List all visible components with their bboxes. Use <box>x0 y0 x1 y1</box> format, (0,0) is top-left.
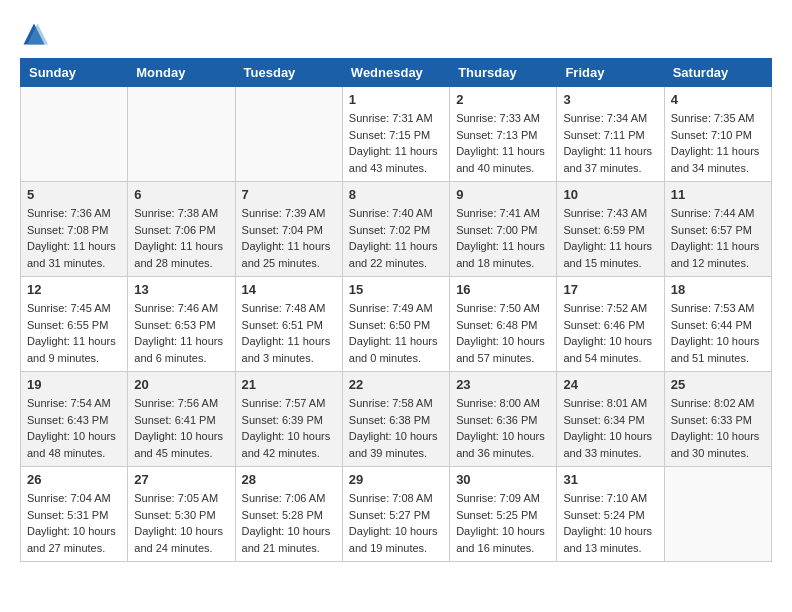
day-number: 10 <box>563 187 657 202</box>
day-info: Sunrise: 7:40 AMSunset: 7:02 PMDaylight:… <box>349 205 443 271</box>
day-info: Sunrise: 8:01 AMSunset: 6:34 PMDaylight:… <box>563 395 657 461</box>
day-cell: 15Sunrise: 7:49 AMSunset: 6:50 PMDayligh… <box>342 277 449 372</box>
day-info: Sunrise: 7:38 AMSunset: 7:06 PMDaylight:… <box>134 205 228 271</box>
day-cell: 28Sunrise: 7:06 AMSunset: 5:28 PMDayligh… <box>235 467 342 562</box>
day-number: 7 <box>242 187 336 202</box>
day-cell: 30Sunrise: 7:09 AMSunset: 5:25 PMDayligh… <box>450 467 557 562</box>
day-number: 13 <box>134 282 228 297</box>
day-info: Sunrise: 7:36 AMSunset: 7:08 PMDaylight:… <box>27 205 121 271</box>
day-cell: 21Sunrise: 7:57 AMSunset: 6:39 PMDayligh… <box>235 372 342 467</box>
day-cell: 14Sunrise: 7:48 AMSunset: 6:51 PMDayligh… <box>235 277 342 372</box>
calendar: SundayMondayTuesdayWednesdayThursdayFrid… <box>20 58 772 562</box>
week-row-3: 12Sunrise: 7:45 AMSunset: 6:55 PMDayligh… <box>21 277 772 372</box>
day-number: 9 <box>456 187 550 202</box>
day-info: Sunrise: 7:45 AMSunset: 6:55 PMDaylight:… <box>27 300 121 366</box>
day-cell: 19Sunrise: 7:54 AMSunset: 6:43 PMDayligh… <box>21 372 128 467</box>
day-cell: 13Sunrise: 7:46 AMSunset: 6:53 PMDayligh… <box>128 277 235 372</box>
day-number: 21 <box>242 377 336 392</box>
day-info: Sunrise: 8:02 AMSunset: 6:33 PMDaylight:… <box>671 395 765 461</box>
day-cell: 23Sunrise: 8:00 AMSunset: 6:36 PMDayligh… <box>450 372 557 467</box>
day-info: Sunrise: 7:57 AMSunset: 6:39 PMDaylight:… <box>242 395 336 461</box>
day-number: 1 <box>349 92 443 107</box>
day-number: 20 <box>134 377 228 392</box>
day-info: Sunrise: 7:53 AMSunset: 6:44 PMDaylight:… <box>671 300 765 366</box>
day-cell: 12Sunrise: 7:45 AMSunset: 6:55 PMDayligh… <box>21 277 128 372</box>
day-info: Sunrise: 7:05 AMSunset: 5:30 PMDaylight:… <box>134 490 228 556</box>
day-info: Sunrise: 7:52 AMSunset: 6:46 PMDaylight:… <box>563 300 657 366</box>
day-cell: 6Sunrise: 7:38 AMSunset: 7:06 PMDaylight… <box>128 182 235 277</box>
day-number: 6 <box>134 187 228 202</box>
day-number: 28 <box>242 472 336 487</box>
day-header-thursday: Thursday <box>450 59 557 87</box>
header <box>20 20 772 48</box>
day-number: 15 <box>349 282 443 297</box>
day-header-sunday: Sunday <box>21 59 128 87</box>
day-info: Sunrise: 7:41 AMSunset: 7:00 PMDaylight:… <box>456 205 550 271</box>
day-header-wednesday: Wednesday <box>342 59 449 87</box>
day-number: 31 <box>563 472 657 487</box>
day-header-monday: Monday <box>128 59 235 87</box>
day-cell <box>128 87 235 182</box>
day-header-row: SundayMondayTuesdayWednesdayThursdayFrid… <box>21 59 772 87</box>
day-info: Sunrise: 7:58 AMSunset: 6:38 PMDaylight:… <box>349 395 443 461</box>
day-number: 16 <box>456 282 550 297</box>
day-number: 5 <box>27 187 121 202</box>
day-number: 8 <box>349 187 443 202</box>
day-cell: 25Sunrise: 8:02 AMSunset: 6:33 PMDayligh… <box>664 372 771 467</box>
day-number: 29 <box>349 472 443 487</box>
day-info: Sunrise: 7:56 AMSunset: 6:41 PMDaylight:… <box>134 395 228 461</box>
day-cell: 17Sunrise: 7:52 AMSunset: 6:46 PMDayligh… <box>557 277 664 372</box>
day-info: Sunrise: 8:00 AMSunset: 6:36 PMDaylight:… <box>456 395 550 461</box>
day-cell: 5Sunrise: 7:36 AMSunset: 7:08 PMDaylight… <box>21 182 128 277</box>
day-cell <box>21 87 128 182</box>
day-number: 19 <box>27 377 121 392</box>
day-cell: 18Sunrise: 7:53 AMSunset: 6:44 PMDayligh… <box>664 277 771 372</box>
day-info: Sunrise: 7:50 AMSunset: 6:48 PMDaylight:… <box>456 300 550 366</box>
day-info: Sunrise: 7:46 AMSunset: 6:53 PMDaylight:… <box>134 300 228 366</box>
day-number: 24 <box>563 377 657 392</box>
day-number: 17 <box>563 282 657 297</box>
day-info: Sunrise: 7:44 AMSunset: 6:57 PMDaylight:… <box>671 205 765 271</box>
day-cell: 8Sunrise: 7:40 AMSunset: 7:02 PMDaylight… <box>342 182 449 277</box>
day-number: 18 <box>671 282 765 297</box>
day-number: 4 <box>671 92 765 107</box>
day-number: 25 <box>671 377 765 392</box>
day-cell: 20Sunrise: 7:56 AMSunset: 6:41 PMDayligh… <box>128 372 235 467</box>
day-info: Sunrise: 7:39 AMSunset: 7:04 PMDaylight:… <box>242 205 336 271</box>
day-info: Sunrise: 7:10 AMSunset: 5:24 PMDaylight:… <box>563 490 657 556</box>
day-info: Sunrise: 7:48 AMSunset: 6:51 PMDaylight:… <box>242 300 336 366</box>
day-cell: 10Sunrise: 7:43 AMSunset: 6:59 PMDayligh… <box>557 182 664 277</box>
day-number: 26 <box>27 472 121 487</box>
day-cell: 11Sunrise: 7:44 AMSunset: 6:57 PMDayligh… <box>664 182 771 277</box>
day-number: 14 <box>242 282 336 297</box>
day-cell: 24Sunrise: 8:01 AMSunset: 6:34 PMDayligh… <box>557 372 664 467</box>
day-info: Sunrise: 7:43 AMSunset: 6:59 PMDaylight:… <box>563 205 657 271</box>
day-info: Sunrise: 7:54 AMSunset: 6:43 PMDaylight:… <box>27 395 121 461</box>
day-number: 3 <box>563 92 657 107</box>
day-cell: 27Sunrise: 7:05 AMSunset: 5:30 PMDayligh… <box>128 467 235 562</box>
day-cell: 16Sunrise: 7:50 AMSunset: 6:48 PMDayligh… <box>450 277 557 372</box>
day-number: 30 <box>456 472 550 487</box>
week-row-2: 5Sunrise: 7:36 AMSunset: 7:08 PMDaylight… <box>21 182 772 277</box>
day-info: Sunrise: 7:31 AMSunset: 7:15 PMDaylight:… <box>349 110 443 176</box>
day-info: Sunrise: 7:34 AMSunset: 7:11 PMDaylight:… <box>563 110 657 176</box>
day-header-tuesday: Tuesday <box>235 59 342 87</box>
day-header-friday: Friday <box>557 59 664 87</box>
week-row-5: 26Sunrise: 7:04 AMSunset: 5:31 PMDayligh… <box>21 467 772 562</box>
day-cell: 29Sunrise: 7:08 AMSunset: 5:27 PMDayligh… <box>342 467 449 562</box>
day-number: 11 <box>671 187 765 202</box>
day-cell: 22Sunrise: 7:58 AMSunset: 6:38 PMDayligh… <box>342 372 449 467</box>
day-number: 27 <box>134 472 228 487</box>
day-info: Sunrise: 7:49 AMSunset: 6:50 PMDaylight:… <box>349 300 443 366</box>
day-number: 23 <box>456 377 550 392</box>
day-info: Sunrise: 7:35 AMSunset: 7:10 PMDaylight:… <box>671 110 765 176</box>
day-info: Sunrise: 7:09 AMSunset: 5:25 PMDaylight:… <box>456 490 550 556</box>
day-number: 2 <box>456 92 550 107</box>
day-cell <box>664 467 771 562</box>
day-info: Sunrise: 7:33 AMSunset: 7:13 PMDaylight:… <box>456 110 550 176</box>
day-cell: 31Sunrise: 7:10 AMSunset: 5:24 PMDayligh… <box>557 467 664 562</box>
day-cell: 1Sunrise: 7:31 AMSunset: 7:15 PMDaylight… <box>342 87 449 182</box>
week-row-4: 19Sunrise: 7:54 AMSunset: 6:43 PMDayligh… <box>21 372 772 467</box>
day-cell: 26Sunrise: 7:04 AMSunset: 5:31 PMDayligh… <box>21 467 128 562</box>
day-info: Sunrise: 7:04 AMSunset: 5:31 PMDaylight:… <box>27 490 121 556</box>
